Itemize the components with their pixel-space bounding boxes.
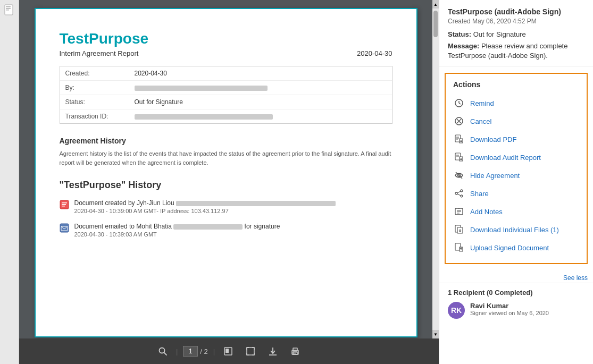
action-download-audit-report[interactable]: Download Audit Report [453, 148, 579, 166]
history-meta-1: 2020-04-30 - 10:39:00 AM GMT- IP address… [74, 208, 336, 214]
view-mode-button[interactable] [217, 342, 239, 360]
add-notes-label: Add Notes [470, 208, 503, 216]
action-hide-agreement[interactable]: Hide Agreement [453, 166, 579, 184]
hide-agreement-label: Hide Agreement [470, 172, 520, 180]
history-section-title: "TestPurpose" History [60, 180, 392, 191]
agreement-history-title: Agreement History [60, 137, 392, 145]
share-icon [453, 188, 465, 199]
download-pdf-icon [453, 133, 465, 145]
info-row-transaction: Transaction ID: [60, 109, 392, 124]
actions-title: Actions [453, 80, 579, 89]
scroll-down-arrow[interactable]: ▼ [432, 330, 439, 338]
actions-list: RemindCancelDownload PDFDownload Audit R… [453, 94, 579, 257]
info-row-by: By: [60, 81, 392, 95]
document-scroll-area: TestPurpose Interim Agreement Report 202… [19, 0, 432, 338]
scroll-thumb[interactable] [433, 11, 438, 37]
action-upload-signed-document[interactable]: Upload Signed Document [453, 239, 579, 257]
document-date: 2020-04-30 [357, 49, 392, 57]
recipients-section: 1 Recipient (0 Completed) RK Ravi Kumar … [439, 283, 593, 324]
upload-signed-document-icon [453, 242, 465, 253]
svg-rect-6 [62, 204, 66, 205]
svg-rect-14 [247, 348, 254, 355]
action-download-pdf[interactable]: Download PDF [453, 130, 579, 148]
action-cancel[interactable]: Cancel [453, 112, 579, 130]
remind-label: Remind [470, 99, 494, 107]
download-individual-files-icon [453, 224, 465, 235]
svg-rect-5 [62, 202, 67, 204]
download-audit-report-icon [453, 151, 465, 163]
svg-line-24 [459, 103, 461, 104]
agreement-message-row: Message: Please review and complete Test… [448, 41, 584, 61]
toolbar-sep-2: | [213, 348, 215, 355]
document-page: TestPurpose Interim Agreement Report 202… [35, 8, 417, 337]
message-label: Message: [448, 42, 479, 50]
svg-line-11 [164, 353, 166, 355]
history-item: Document emailed to Mohit Bhatia for sig… [60, 223, 392, 238]
action-remind[interactable]: Remind [453, 94, 579, 112]
svg-rect-1 [6, 6, 11, 7]
svg-line-42 [457, 191, 461, 193]
action-add-notes[interactable]: Add Notes [453, 202, 579, 221]
right-panel: TestPurpose (audit-Adobe Sign) Created M… [439, 0, 593, 364]
hide-agreement-icon [453, 170, 465, 181]
see-less-container: See less [439, 270, 593, 283]
download-individual-files-label: Download Individual Files (1) [470, 226, 559, 234]
see-less-link[interactable]: See less [563, 274, 588, 282]
download-audit-report-label: Download Audit Report [470, 154, 541, 162]
history-text-2: Document emailed to Mohit Bhatia [74, 223, 174, 230]
status-value: Out for Signature [473, 30, 526, 38]
svg-rect-13 [225, 349, 229, 353]
agreement-history-desc: Agreement history is the list of the eve… [60, 149, 392, 167]
agreement-header: TestPurpose (audit-Adobe Sign) Created M… [439, 0, 593, 66]
status-label: Status: [448, 30, 471, 38]
recipient-status: Signer viewed on May 6, 2020 [470, 310, 549, 316]
history-item: Document created by Jyh-Jiun Liou 2020-0… [60, 199, 392, 214]
search-button[interactable] [152, 342, 174, 360]
page-thumbnail-icon[interactable] [4, 4, 15, 19]
agreement-status-row: Status: Out for Signature [448, 30, 584, 38]
download-pdf-label: Download PDF [470, 136, 516, 143]
history-created-icon [60, 200, 69, 209]
svg-rect-2 [6, 8, 11, 9]
action-download-individual-files[interactable]: Download Individual Files (1) [453, 221, 579, 239]
vertical-scrollbar[interactable]: ▲ ▼ [432, 0, 439, 338]
document-title: TestPurpose [60, 30, 392, 47]
svg-rect-18 [293, 348, 297, 351]
fullscreen-button[interactable] [239, 342, 262, 360]
history-text-1: Document created by Jyh-Jiun Liou [74, 199, 176, 207]
document-subtitle: Interim Agreement Report [60, 49, 139, 57]
svg-point-39 [461, 190, 463, 192]
history-emailed-icon [60, 223, 69, 233]
svg-rect-3 [6, 10, 9, 11]
info-row-created: Created: 2020-04-30 [60, 66, 392, 81]
share-label: Share [470, 190, 489, 198]
upload-signed-document-label: Upload Signed Document [470, 244, 549, 252]
recipient-name: Ravi Kumar [470, 302, 549, 310]
download-button[interactable] [262, 342, 284, 360]
action-share[interactable]: Share [453, 184, 579, 202]
cancel-label: Cancel [470, 117, 491, 125]
scroll-up-arrow[interactable]: ▲ [432, 0, 439, 9]
add-notes-icon [453, 206, 465, 217]
toolbar-sep-1: | [176, 348, 178, 355]
page-indicator: / 2 [183, 346, 207, 357]
document-panel: TestPurpose Interim Agreement Report 202… [19, 0, 439, 364]
print-button[interactable] [284, 342, 306, 360]
svg-line-43 [457, 194, 461, 196]
document-info-table: Created: 2020-04-30 By: Status: Out for … [60, 66, 392, 124]
agreement-name: TestPurpose (audit-Adobe Sign) [448, 7, 584, 16]
svg-point-40 [461, 195, 463, 197]
recipients-title: 1 Recipient (0 Completed) [448, 289, 584, 297]
recipient-item: RK Ravi Kumar Signer viewed on May 6, 20… [448, 302, 584, 319]
cancel-icon [453, 115, 465, 127]
page-total: / 2 [200, 348, 207, 355]
agreement-created: Created May 06, 2020 4:52 PM [448, 18, 584, 25]
svg-point-41 [455, 192, 457, 194]
recipient-avatar: RK [448, 302, 465, 319]
svg-rect-7 [62, 206, 65, 207]
actions-section: Actions RemindCancelDownload PDFDownload… [445, 73, 588, 264]
info-row-status: Status: Out for Signature [60, 95, 392, 109]
history-meta-2: 2020-04-30 - 10:39:03 AM GMT [74, 231, 280, 238]
document-toolbar: | / 2 | [19, 338, 439, 364]
page-number-input[interactable] [183, 346, 198, 357]
